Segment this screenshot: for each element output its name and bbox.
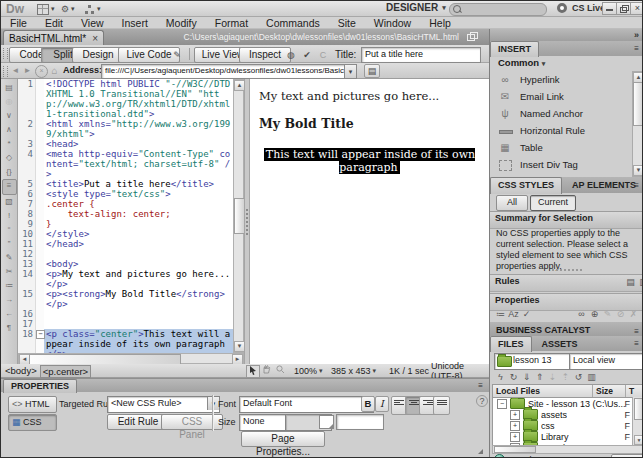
scroll-thumb[interactable] bbox=[633, 82, 643, 126]
view-select[interactable]: Local view▾ bbox=[569, 353, 643, 370]
files-scrollbar[interactable]: ▼ bbox=[632, 397, 643, 445]
address-grip[interactable] bbox=[3, 66, 8, 77]
code-text[interactable]: } bbox=[44, 219, 233, 229]
files-tab[interactable]: FILES bbox=[490, 336, 532, 352]
back-icon[interactable]: ◄ bbox=[10, 65, 21, 76]
menu-site[interactable]: Site bbox=[329, 17, 365, 29]
insert-item-insert-div-tag[interactable]: Insert Div Tag bbox=[490, 156, 643, 173]
open-documents-icon[interactable]: ▤ bbox=[3, 81, 16, 95]
site-menu-icon[interactable]: ▾ bbox=[85, 3, 101, 15]
log-button[interactable]: Log... bbox=[611, 454, 643, 458]
all-mode-button[interactable]: All bbox=[496, 195, 528, 211]
connection-status-icon[interactable] bbox=[494, 454, 505, 458]
close-button[interactable]: × bbox=[631, 3, 643, 14]
file-tree-row[interactable]: +assetsF bbox=[493, 409, 643, 420]
select-tool-icon[interactable] bbox=[246, 365, 260, 378]
show-list-view-icon[interactable]: Az bbox=[507, 308, 520, 320]
html-mode-button[interactable]: <> HTML bbox=[8, 396, 57, 413]
design-view[interactable]: My text and pictures go here...My Bold T… bbox=[250, 79, 489, 364]
font-select[interactable]: Default Font▾ bbox=[239, 396, 374, 413]
toolbar-grip[interactable] bbox=[3, 48, 8, 59]
business-catalyst-header[interactable]: BUSINESS CATALYST ≡ bbox=[490, 322, 643, 336]
assets-tab[interactable]: ASSETS bbox=[535, 337, 585, 352]
collapse-icon[interactable]: − bbox=[497, 399, 507, 409]
address-input[interactable]: file:///C|/Users/agiaquent/Desktop/dwles… bbox=[101, 64, 352, 79]
check-out-files-icon[interactable]: ⇣ bbox=[546, 371, 559, 383]
tag-selector-item[interactable]: <p.center> bbox=[40, 365, 91, 378]
code-text[interactable]: <title>Put a title here</title> bbox=[44, 179, 233, 189]
section-resize-grip[interactable] bbox=[490, 267, 643, 272]
menu-edit[interactable]: Edit bbox=[36, 17, 72, 29]
cs-live-button[interactable]: CS Live bbox=[572, 3, 605, 13]
connect-to-remote-server-icon[interactable]: ϟ bbox=[494, 371, 507, 383]
menu-format[interactable]: Format bbox=[206, 17, 257, 29]
text-color-swatch[interactable] bbox=[319, 415, 334, 429]
insert-item-email-link[interactable]: ✉Email Link bbox=[490, 88, 643, 105]
code-text[interactable]: .center { bbox=[44, 199, 233, 209]
tag-selector-item[interactable]: <body> bbox=[5, 365, 37, 378]
panel-menu-icon[interactable]: ≡ bbox=[634, 181, 639, 190]
file-list-icon[interactable]: ▤ bbox=[364, 64, 380, 78]
balance-braces-icon[interactable]: {} bbox=[3, 165, 16, 179]
insert-tab[interactable]: INSERT bbox=[490, 41, 539, 57]
code-text[interactable]: <style type="text/css"> bbox=[44, 189, 233, 199]
scroll-down-icon[interactable]: ▼ bbox=[633, 165, 643, 176]
refresh-design-view-icon[interactable]: C bbox=[315, 48, 331, 62]
insert-category-select[interactable]: Common ▾ bbox=[490, 57, 545, 68]
code-vertical-scrollbar[interactable]: ▲ ▼ bbox=[233, 79, 244, 353]
menu-commands[interactable]: Commands bbox=[257, 17, 329, 29]
code-text[interactable]: </style> bbox=[44, 229, 233, 239]
search-box[interactable] bbox=[449, 3, 547, 16]
design-paragraph[interactable]: My Bold Title bbox=[250, 116, 489, 131]
workspace-switcher[interactable]: DESIGNER▾ bbox=[386, 2, 446, 13]
recent-snippets-icon[interactable]: ✂ bbox=[3, 265, 16, 279]
home-icon[interactable]: ⌂ bbox=[49, 65, 60, 76]
page-properties-button[interactable]: Page Properties... bbox=[241, 431, 325, 447]
format-source-code-icon[interactable]: ¶ bbox=[3, 321, 16, 335]
put-files-icon[interactable]: ⇑ bbox=[533, 371, 546, 383]
hand-tool-icon[interactable] bbox=[260, 365, 272, 376]
move-or-convert-css-icon[interactable]: ≔ bbox=[3, 279, 16, 293]
extend-gear-icon[interactable]: ⚙▾ bbox=[61, 3, 75, 15]
expand-icon[interactable]: + bbox=[510, 432, 520, 442]
code-text[interactable] bbox=[44, 309, 233, 319]
color-value-input[interactable] bbox=[336, 414, 384, 430]
forward-icon[interactable]: ► bbox=[22, 65, 33, 76]
align-justify-icon[interactable] bbox=[433, 396, 450, 415]
code-text[interactable]: <p>My text and pictures go here...</p> bbox=[44, 269, 233, 289]
panel-menu-icon[interactable]: ≡ bbox=[634, 339, 639, 348]
synchronize-icon[interactable]: ↺ bbox=[572, 371, 585, 383]
remove-comment-icon[interactable]: ” bbox=[3, 237, 16, 251]
file-tree-row[interactable]: +LibraryF bbox=[493, 431, 643, 442]
collapse-to-icons-icon[interactable]: » bbox=[634, 30, 639, 40]
search-input[interactable] bbox=[463, 4, 545, 15]
wrap-tag-icon[interactable]: ✎ bbox=[3, 251, 16, 265]
design-view-button[interactable]: Design bbox=[72, 47, 124, 63]
collapse-full-tag-icon[interactable]: ∨ bbox=[3, 109, 16, 123]
insert-item-horizontal-rule[interactable]: Horizontal Rule bbox=[490, 122, 643, 139]
refresh-icon[interactable]: ↻ bbox=[507, 371, 520, 383]
menu-window[interactable]: Window bbox=[365, 17, 420, 29]
restore-button[interactable] bbox=[617, 3, 631, 14]
code-view[interactable]: 1<!DOCTYPE html PUBLIC "-//W3C//DTD XHTM… bbox=[18, 79, 233, 353]
magnification-select[interactable]: 100%▾ bbox=[294, 364, 323, 377]
design-paragraph[interactable]: My text and pictures go here... bbox=[250, 89, 489, 103]
targeted-rule-select[interactable]: <New CSS Rule>▾ bbox=[107, 396, 220, 413]
live-code-options-icon[interactable]: ✎ bbox=[169, 48, 185, 62]
disable-property-icon[interactable]: ⊘ bbox=[614, 308, 627, 320]
layout-switcher-icon[interactable]: ▾ bbox=[37, 3, 55, 15]
file-tree-row[interactable]: −Site - lesson 13 (C:\Us...F bbox=[493, 398, 643, 409]
expand-panels-icon[interactable]: ▥ bbox=[585, 371, 598, 383]
indent-code-icon[interactable]: → bbox=[3, 293, 16, 307]
code-text[interactable]: </head> bbox=[44, 239, 233, 249]
apply-comment-icon[interactable]: “ bbox=[3, 223, 16, 237]
code-text[interactable]: <p class="center">This text will appear … bbox=[44, 329, 233, 353]
new-css-rule-icon[interactable]: ⊕ bbox=[588, 308, 601, 320]
design-paragraph[interactable]: This text will appear inside of its own … bbox=[250, 148, 489, 174]
current-mode-button[interactable]: Current bbox=[530, 195, 576, 211]
address-dropdown-icon[interactable]: ▾ bbox=[344, 64, 357, 79]
insert-item-hyperlink[interactable]: ∞Hyperlink bbox=[490, 71, 643, 88]
show-list-icon[interactable]: ▥ bbox=[637, 276, 643, 288]
code-horizontal-scrollbar[interactable]: ◄ ► bbox=[18, 353, 244, 364]
cs-live-icon[interactable] bbox=[557, 3, 567, 13]
